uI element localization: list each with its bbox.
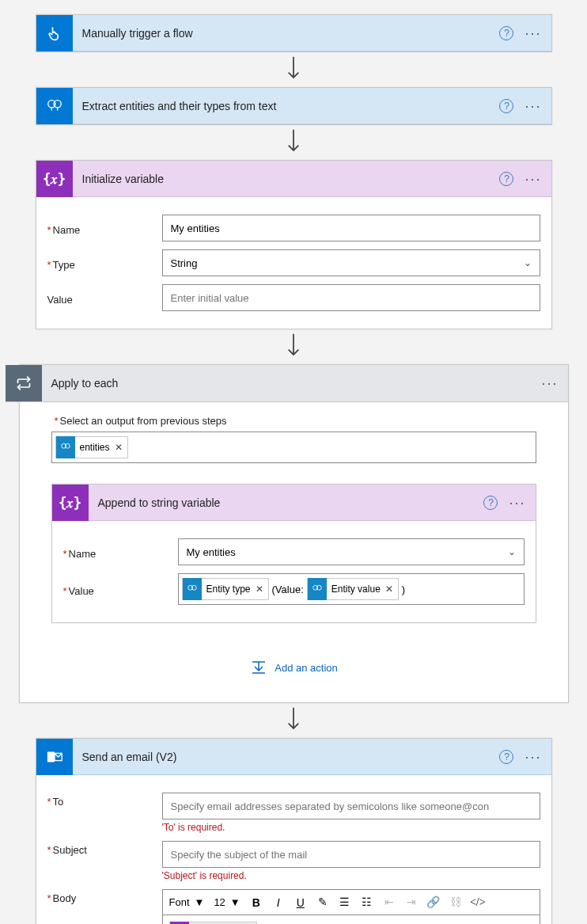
loop-icon [6,365,42,401]
help-icon[interactable]: ? [483,496,498,510]
token-label: Entity type [206,584,251,595]
numbering-button[interactable]: ☷ [358,893,377,912]
rich-text-toolbar: Font▼ 12▼ B I U ✎ ☰ ☷ ⇤ ⇥ 🔗 ⛓ </> [162,889,540,914]
brain-icon [36,88,73,124]
entities-icon [56,436,75,458]
svg-text:O: O [47,753,53,761]
value-label: Value [47,291,162,306]
step-header[interactable]: O Send an email (V2) ? ··· [36,739,551,775]
chevron-down-icon: ⌄ [508,546,516,557]
type-select[interactable]: String ⌄ [162,249,540,276]
name-input[interactable] [162,215,540,241]
arrow-icon [285,125,302,160]
body-label: Body [47,889,162,904]
token-entities[interactable]: entities ✕ [55,436,128,458]
variable-icon: {𝑥} [36,161,73,197]
to-error: 'To' is required. [162,822,540,833]
type-value: String [171,257,198,269]
more-icon[interactable]: ··· [525,29,541,37]
italic-button[interactable]: I [269,893,288,912]
add-action-label: Add an action [275,662,338,674]
more-icon[interactable]: ··· [525,175,541,183]
step-apply-to-each: Apply to each ··· Select an output from … [19,364,569,703]
step-extract[interactable]: Extract entities and their types from te… [36,87,552,125]
help-icon[interactable]: ? [499,99,513,113]
step-header[interactable]: {𝑥} Initialize variable ? ··· [36,161,551,197]
subject-label: Subject [47,841,162,856]
value-input[interactable] [162,284,540,311]
literal-text: (Value: [272,584,304,595]
outlook-icon: O [36,739,73,775]
bold-button[interactable]: B [247,893,266,912]
name-label: Name [47,221,162,236]
arrow-icon [285,703,302,738]
step-initialize-variable: {𝑥} Initialize variable ? ··· Name Type … [36,160,552,329]
outdent-button[interactable]: ⇤ [380,893,399,912]
value-label: Value [63,582,178,597]
name-value: My entities [187,546,236,558]
underline-button[interactable]: U [291,893,310,912]
step-title: Send an email (V2) [73,751,500,763]
step-header[interactable]: {𝑥} Append to string variable ? ··· [52,485,536,521]
value-input[interactable]: Entity type ✕ (Value: Entity value ✕ [178,573,525,605]
to-input[interactable] [162,793,540,819]
add-action-button[interactable]: Add an action [51,660,536,675]
unlink-button[interactable]: ⛓ [446,893,465,912]
size-select[interactable]: 12▼ [210,893,243,912]
select-output-input[interactable]: entities ✕ [51,432,536,463]
step-title: Apply to each [42,377,542,390]
help-icon[interactable]: ? [499,750,513,764]
step-title: Append to string variable [89,496,484,509]
chevron-down-icon: ⌄ [524,257,532,268]
more-icon[interactable]: ··· [525,753,541,761]
token-remove-icon[interactable]: ✕ [115,442,123,453]
indent-button[interactable]: ⇥ [402,893,421,912]
token-remove-icon[interactable]: ✕ [256,584,263,595]
color-button[interactable]: ✎ [313,893,332,912]
code-view-button[interactable]: </> [468,893,487,912]
variable-icon: {𝑥} [52,485,89,521]
entity-value-icon [308,578,327,600]
token-entity-type[interactable]: Entity type ✕ [182,578,269,600]
subject-input[interactable] [162,841,540,868]
step-append-string: {𝑥} Append to string variable ? ··· Name… [51,484,536,623]
token-label: entities [80,442,110,453]
help-icon[interactable]: ? [499,26,513,40]
token-remove-icon[interactable]: ✕ [385,584,393,595]
font-select[interactable]: Font▼ [166,893,208,912]
step-title: Manually trigger a flow [73,27,500,40]
subject-error: 'Subject' is required. [162,870,540,881]
type-label: Type [47,256,162,271]
more-icon[interactable]: ··· [525,102,541,110]
add-action-icon [249,660,268,675]
token-label: Entity value [331,584,381,595]
more-icon[interactable]: ··· [541,379,558,387]
select-output-label: Select an output from previous steps [55,415,536,427]
name-select[interactable]: My entities ⌄ [178,538,525,565]
entity-type-icon [183,578,202,600]
step-title: Initialize variable [73,173,500,185]
arrow-icon [285,52,302,87]
to-label: To [47,793,162,808]
touch-icon [36,15,73,51]
step-title: Extract entities and their types from te… [73,100,500,112]
arrow-icon [285,329,302,364]
name-label: Name [63,545,178,560]
link-button[interactable]: 🔗 [424,893,443,912]
token-entity-value[interactable]: Entity value ✕ [307,578,399,600]
step-send-email: O Send an email (V2) ? ··· To 'To' is re… [36,738,552,924]
literal-text: ) [402,584,405,595]
bullets-button[interactable]: ☰ [335,893,354,912]
more-icon[interactable]: ··· [509,499,525,507]
body-editor[interactable]: {𝑥} My entities ✕ [162,914,540,924]
step-trigger[interactable]: Manually trigger a flow ? ··· [36,14,552,52]
help-icon[interactable]: ? [499,172,513,186]
